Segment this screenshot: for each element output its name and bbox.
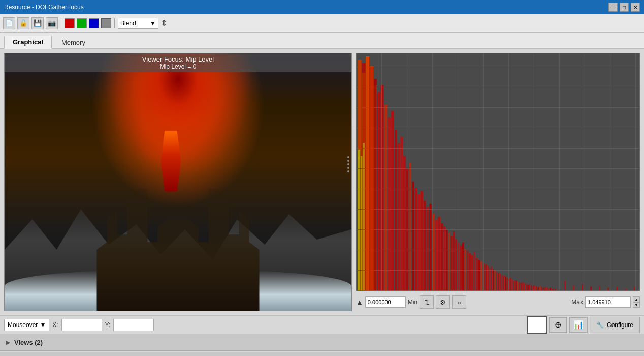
- blend-dropdown[interactable]: Blend ▼: [118, 18, 158, 29]
- views-label: Views (2): [14, 339, 43, 346]
- blend-label: Blend: [120, 20, 136, 27]
- image-panel: Viewer Focus: Mip Level Mip Level = 0: [4, 53, 352, 311]
- y-input[interactable]: [113, 319, 154, 331]
- max-value-input[interactable]: [585, 296, 631, 308]
- maximize-button[interactable]: □: [620, 3, 629, 12]
- bottom-right-buttons: ⊕ 📊 🔧 Configure: [527, 316, 640, 334]
- histogram-grid: [357, 53, 639, 290]
- viewer-title: Viewer Focus: Mip Level: [5, 55, 351, 63]
- swap-button[interactable]: ⇕: [160, 18, 167, 28]
- separator-2: [114, 18, 115, 28]
- window-title: Resource - DOFGatherFocus: [4, 4, 84, 11]
- views-section[interactable]: ▶ Views (2): [0, 334, 644, 351]
- tabs-bar: Graphical Memory: [0, 33, 644, 49]
- configure-icon: 🔧: [596, 321, 604, 329]
- crosshair-button[interactable]: ⊕: [549, 317, 567, 333]
- x-label: X:: [52, 321, 58, 329]
- alpha-color-button[interactable]: [101, 18, 111, 28]
- blue-color-button[interactable]: [89, 18, 99, 28]
- minimize-button[interactable]: —: [608, 3, 618, 12]
- mouseover-dropdown[interactable]: Mouseover ▼: [4, 319, 49, 331]
- red-color-button[interactable]: [65, 18, 75, 28]
- configure-button[interactable]: 🔧 Configure: [590, 317, 640, 333]
- scene-canvas[interactable]: [5, 53, 351, 311]
- snapshot-icon[interactable]: 📷: [46, 17, 58, 29]
- min-label: Min: [408, 299, 417, 306]
- mip-level-label: Mip Level = 0: [5, 63, 351, 70]
- resource-info-section[interactable]: ▶ Resource Info (7 revisions): [0, 352, 644, 356]
- max-spinner[interactable]: ▲ ▼: [633, 296, 640, 308]
- min-value-input[interactable]: [365, 296, 406, 308]
- viewer-overlay: Viewer Focus: Mip Level Mip Level = 0: [5, 53, 351, 72]
- x-input[interactable]: [61, 319, 102, 331]
- histogram-controls: ▲ Min ⇅ ⚙ ↔ Max ▲ ▼: [356, 293, 640, 311]
- max-label: Max: [571, 299, 583, 306]
- color-swatch-button[interactable]: [527, 316, 547, 334]
- y-label: Y:: [105, 321, 111, 329]
- dropdown-arrow: ▼: [150, 20, 156, 27]
- tab-graphical[interactable]: Graphical: [4, 36, 52, 49]
- histogram-panel: ▲ Min ⇅ ⚙ ↔ Max ▲ ▼: [356, 53, 640, 311]
- mouseover-label: Mouseover: [8, 321, 38, 329]
- configure-label: Configure: [607, 321, 633, 329]
- histogram-container: [356, 53, 640, 291]
- mouseover-arrow: ▼: [40, 321, 46, 329]
- titlebar-controls: — □ ✕: [608, 3, 640, 12]
- chart-button[interactable]: 📊: [569, 317, 588, 333]
- save-icon[interactable]: 💾: [31, 17, 44, 29]
- spinner-down[interactable]: ▼: [633, 302, 640, 308]
- lava-flow: [160, 131, 181, 192]
- close-button[interactable]: ✕: [631, 3, 640, 12]
- sections: ▶ Views (2) ▶ Resource Info (7 revisions…: [0, 334, 644, 356]
- titlebar: Resource - DOFGatherFocus — □ ✕: [0, 0, 644, 14]
- histogram-triangle: ▲: [356, 298, 363, 306]
- tab-memory[interactable]: Memory: [53, 36, 94, 48]
- new-icon[interactable]: 📄: [3, 17, 15, 29]
- views-arrow: ▶: [6, 340, 10, 345]
- separator-1: [61, 18, 61, 28]
- bottom-bar: Mouseover ▼ X: Y: ⊕ 📊 🔧 Configure: [0, 315, 644, 334]
- panel-scrollbar: [347, 156, 349, 207]
- swap-axes-button[interactable]: ⇅: [420, 295, 434, 309]
- green-color-button[interactable]: [77, 18, 87, 28]
- toolbar: 📄 🔓 💾 📷 Blend ▼ ⇕: [0, 14, 644, 33]
- spinner-up[interactable]: ▲: [633, 296, 640, 302]
- fit-button[interactable]: ↔: [452, 295, 466, 309]
- settings-button[interactable]: ⚙: [436, 295, 450, 309]
- lock-icon[interactable]: 🔓: [17, 17, 29, 29]
- main-content: Viewer Focus: Mip Level Mip Level = 0: [0, 49, 644, 315]
